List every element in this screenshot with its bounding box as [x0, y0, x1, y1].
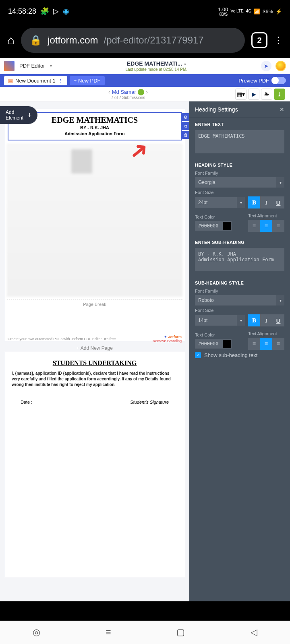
- page-break-label: Page Break: [7, 299, 182, 309]
- add-element-button[interactable]: AddElement +: [0, 106, 37, 124]
- url-path: /pdf-editor/2131779917: [104, 35, 203, 46]
- pdf-canvas[interactable]: AddElement + EDGE MATHEMATICS BY - R.K. …: [0, 101, 189, 601]
- inspector-title: Heading Settings: [195, 106, 238, 113]
- enter-text-label: ENTER TEXT: [195, 122, 284, 127]
- sub-bold-button[interactable]: B: [248, 314, 260, 326]
- new-pdf-button[interactable]: + New PDF: [70, 76, 105, 85]
- sub-text-color-input[interactable]: #000000: [195, 339, 245, 349]
- more-icon[interactable]: ⋮: [274, 35, 283, 45]
- pdf-page-1[interactable]: EDGE MATHEMATICS BY - R.K. JHAAdmission …: [4, 109, 185, 341]
- delete-icon[interactable]: 🗑: [182, 131, 189, 139]
- avatar[interactable]: [276, 61, 286, 71]
- sub-font-family-select[interactable]: Roboto▾: [195, 295, 284, 305]
- share-icon[interactable]: ➤: [261, 61, 271, 71]
- sub-align-left-button[interactable]: ≡: [248, 338, 260, 350]
- jotform-brand: Jotform: [168, 335, 182, 339]
- charging-icon: ⚡: [276, 8, 282, 14]
- color-swatch[interactable]: [222, 221, 232, 231]
- remove-branding-link[interactable]: Remove Branding: [153, 339, 182, 343]
- volte-icon: Vo LTE: [231, 9, 244, 13]
- clock: 14:58:28: [8, 7, 36, 16]
- inspector-panel: Heading Settings ✕ ENTER TEXT HEADING ST…: [189, 101, 290, 601]
- chevron-down-icon: ▾: [276, 177, 284, 188]
- duplicate-icon[interactable]: ⧉: [182, 122, 189, 130]
- checkbox-icon: ✓: [195, 352, 201, 358]
- font-family-select[interactable]: Georgia▾: [195, 177, 284, 188]
- chevron-down-icon[interactable]: ▾: [184, 62, 186, 66]
- pdf-page-2[interactable]: STUDENTS UNDERTAKING I, {nameas}, applic…: [4, 352, 185, 577]
- add-page-button[interactable]: + Add New Page: [4, 345, 185, 352]
- underline-button[interactable]: U: [272, 196, 284, 208]
- last-update-text: Last update made at 02:58:14 PM.: [126, 67, 187, 72]
- signal-icon: 4G: [246, 9, 251, 13]
- browser-bar: ⌂ 🔒 jotform.com/pdf-editor/2131779917 2 …: [0, 23, 290, 58]
- menu-icon[interactable]: ≡: [106, 627, 111, 638]
- subheading-style-label: SUB-HEADING STYLE: [195, 281, 284, 285]
- heading-text-input[interactable]: [195, 130, 284, 153]
- signal-bars-icon: 📶: [254, 8, 260, 14]
- align-center-button[interactable]: ≡: [260, 220, 272, 232]
- bold-button[interactable]: B: [248, 196, 260, 208]
- lock-icon: 🔒: [30, 35, 42, 46]
- document-tab-label: New Document 1: [15, 78, 56, 84]
- sub-underline-button[interactable]: U: [272, 314, 284, 326]
- undertaking-title: STUDENTS UNDERTAKING: [4, 352, 185, 371]
- print-button[interactable]: 🖶: [261, 89, 272, 100]
- sub-align-center-button[interactable]: ≡: [260, 338, 272, 350]
- status-dot-icon: [138, 89, 144, 95]
- workspace: AddElement + EDGE MATHEMATICS BY - R.K. …: [0, 101, 290, 601]
- tab-switcher-button[interactable]: 2: [251, 32, 267, 48]
- font-size-select[interactable]: 24pt▾: [195, 197, 245, 208]
- doc-title[interactable]: EDGE MATHEMATI...: [127, 60, 182, 67]
- layout-button[interactable]: ▦▾: [235, 89, 246, 100]
- photo-placeholder: [71, 149, 92, 173]
- subheading-text-input[interactable]: [195, 248, 284, 271]
- sub-font-size-select[interactable]: 14pt▾: [195, 315, 245, 326]
- align-right-button[interactable]: ≡: [272, 220, 284, 232]
- sub-align-right-button[interactable]: ≡: [272, 338, 284, 350]
- submission-nav: ‹ Md Samar › 7 of 7 Submissions ▦▾ ▶ 🖶 ⭳: [0, 87, 290, 101]
- chevron-down-icon[interactable]: ▾: [50, 64, 52, 68]
- preview-toggle[interactable]: [271, 77, 286, 84]
- download-button[interactable]: ⭳: [274, 89, 285, 100]
- color-swatch[interactable]: [222, 339, 232, 349]
- prev-submission-icon[interactable]: ‹: [108, 89, 110, 95]
- close-icon[interactable]: ✕: [280, 106, 284, 113]
- signature-label: Student's Signature: [130, 400, 169, 405]
- gear-icon[interactable]: ⚙: [182, 113, 189, 121]
- recent-apps-icon[interactable]: ◎: [33, 627, 40, 638]
- address-bar[interactable]: 🔒 jotform.com/pdf-editor/2131779917: [21, 28, 245, 53]
- back-nav-icon[interactable]: ◁: [251, 627, 257, 638]
- align-left-button[interactable]: ≡: [248, 220, 260, 232]
- italic-button[interactable]: I: [260, 196, 272, 208]
- show-subheading-checkbox[interactable]: ✓ Show sub-heading text: [195, 350, 284, 361]
- jotform-logo-icon[interactable]: [4, 61, 14, 71]
- document-tab[interactable]: ▤ New Document 1 ⋮: [4, 76, 67, 85]
- submission-counter: 7 of 7 Submissions: [21, 95, 235, 100]
- battery-text: 36%: [263, 8, 273, 14]
- tab-menu-icon[interactable]: ⋮: [58, 78, 63, 84]
- camera-icon: ◉: [63, 7, 69, 16]
- app-header: PDF Editor ▾ EDGE MATHEMATI... ▾ Last up…: [0, 58, 290, 74]
- submission-name[interactable]: Md Samar: [112, 89, 136, 95]
- editor-label[interactable]: PDF Editor: [19, 63, 45, 69]
- puzzle-icon: 🧩: [40, 7, 49, 16]
- next-submission-icon[interactable]: ›: [146, 89, 148, 95]
- chevron-down-icon: ▾: [237, 197, 245, 208]
- blurred-content: [7, 144, 182, 297]
- footer-promo-text[interactable]: Create your own automated PDFs with Jotf…: [8, 337, 116, 341]
- date-label: Date :: [21, 400, 32, 405]
- plus-icon: +: [27, 111, 32, 120]
- net-speed: 1.00: [218, 6, 228, 12]
- chevron-down-icon: ▾: [237, 315, 245, 326]
- text-color-input[interactable]: #000000: [195, 221, 245, 231]
- send-button[interactable]: ▶: [248, 89, 259, 100]
- document-tabs-bar: ▤ New Document 1 ⋮ + New PDF Preview PDF: [0, 74, 290, 87]
- undertaking-body: I, {nameas}, application ID {application…: [4, 371, 185, 388]
- play-store-icon: ▷: [53, 7, 59, 16]
- android-nav-bar: ◎ ≡ ▢ ◁: [0, 621, 290, 644]
- home-nav-icon[interactable]: ▢: [176, 627, 185, 638]
- status-bar: 14:58:28 🧩 ▷ ◉ 1.00KB/S Vo LTE 4G 📶 36% …: [0, 0, 290, 23]
- sub-italic-button[interactable]: I: [260, 314, 272, 326]
- home-icon[interactable]: ⌂: [7, 33, 14, 47]
